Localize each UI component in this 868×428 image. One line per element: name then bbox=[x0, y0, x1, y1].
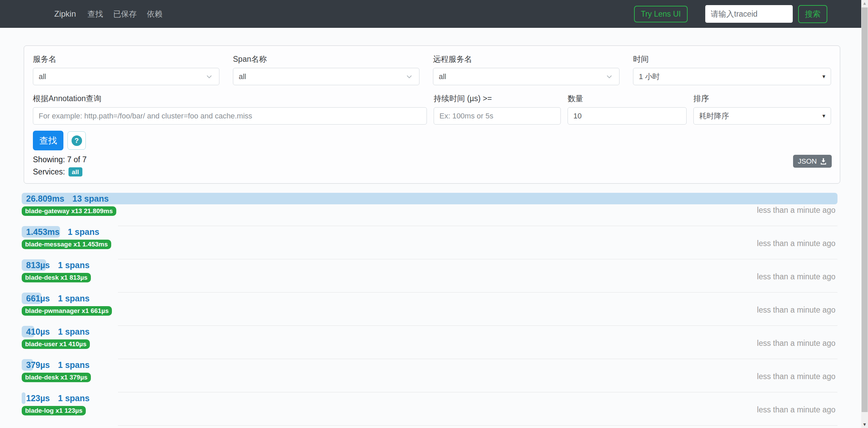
trace-row[interactable]: 26.809ms 13 spans blade-gateway x13 21.8… bbox=[22, 193, 837, 226]
trace-row[interactable]: 813µs 1 spans blade-desk x1 813µs less t… bbox=[22, 259, 837, 293]
limit-field: 数量 bbox=[568, 93, 687, 125]
min-duration-field: 持续时间 (µs) >= bbox=[434, 93, 561, 125]
trace-row[interactable]: 661µs 1 spans blade-pwmanager x1 661µs l… bbox=[22, 293, 837, 326]
service-name-value: all bbox=[39, 72, 46, 81]
chevron-down-icon bbox=[405, 72, 414, 81]
limit-input[interactable] bbox=[568, 107, 687, 125]
span-name-field: Span名称 all bbox=[233, 54, 419, 85]
trace-duration: 410µs bbox=[22, 327, 50, 337]
scroll-down-arrow-icon[interactable]: ▼ bbox=[861, 422, 868, 427]
json-download-button[interactable]: JSON bbox=[793, 155, 832, 168]
min-duration-label: 持续时间 (µs) >= bbox=[434, 93, 561, 104]
remote-service-value: all bbox=[439, 72, 446, 81]
sort-select[interactable]: 耗时降序 ▾ bbox=[693, 107, 831, 125]
try-lens-ui-button[interactable]: Try Lens UI bbox=[634, 6, 688, 22]
dropdown-triangle-icon: ▾ bbox=[822, 112, 825, 119]
trace-span-count: 1 spans bbox=[68, 227, 99, 237]
trace-head: 123µs 1 spans bbox=[22, 392, 837, 404]
showing-count: Showing: 7 of 7 bbox=[33, 155, 831, 164]
trace-timestamp: less than a minute ago bbox=[757, 239, 835, 248]
lookback-value: 1 小时 bbox=[639, 72, 660, 82]
trace-row[interactable]: 123µs 1 spans blade-log x1 123µs less th… bbox=[22, 392, 837, 426]
trace-duration: 26.809ms bbox=[22, 194, 64, 204]
trace-head: 813µs 1 spans bbox=[22, 259, 837, 271]
nav-item-saved[interactable]: 已保存 bbox=[113, 9, 137, 19]
trace-timestamp: less than a minute ago bbox=[757, 405, 835, 414]
annotation-query-field: 根据Annotation查询 bbox=[33, 93, 427, 125]
trace-head: 1.453ms 1 spans bbox=[22, 226, 837, 238]
main-content: 服务名 all Span名称 all 远程服务名 all bbox=[0, 45, 868, 426]
trace-service-badge: blade-log x1 123µs bbox=[22, 406, 86, 415]
trace-duration: 123µs bbox=[22, 393, 50, 403]
trace-timestamp: less than a minute ago bbox=[757, 305, 835, 315]
download-icon bbox=[820, 158, 827, 165]
lookback-label: 时间 bbox=[633, 54, 831, 64]
service-name-field: 服务名 all bbox=[33, 54, 219, 85]
trace-span-count: 1 spans bbox=[58, 294, 90, 303]
vertical-scrollbar[interactable]: ▲ ▼ bbox=[861, 0, 868, 428]
limit-label: 数量 bbox=[568, 93, 687, 104]
trace-span-count: 13 spans bbox=[73, 194, 109, 204]
remote-service-select[interactable]: all bbox=[433, 68, 619, 85]
lookback-select[interactable]: 1 小时 ▾ bbox=[633, 68, 831, 85]
trace-duration: 661µs bbox=[22, 294, 50, 303]
trace-timestamp: less than a minute ago bbox=[757, 372, 835, 381]
traceid-search-button[interactable]: 搜索 bbox=[798, 5, 827, 23]
nav-item-dependencies[interactable]: 依赖 bbox=[147, 9, 162, 19]
span-name-value: all bbox=[239, 72, 246, 81]
trace-span-count: 1 spans bbox=[58, 327, 90, 337]
services-label: Services: bbox=[33, 167, 65, 176]
trace-head: 379µs 1 spans bbox=[22, 359, 837, 371]
lookback-field: 时间 1 小时 ▾ bbox=[633, 54, 831, 85]
services-line: Services: all bbox=[33, 167, 831, 176]
trace-service-badge: blade-gateway x13 21.809ms bbox=[22, 206, 116, 216]
find-button[interactable]: 查找 bbox=[33, 131, 63, 150]
json-button-label: JSON bbox=[798, 157, 817, 165]
trace-timestamp: less than a minute ago bbox=[757, 272, 835, 281]
chevron-down-icon bbox=[605, 72, 614, 81]
trace-span-count: 1 spans bbox=[58, 360, 90, 370]
trace-service-badge: blade-pwmanager x1 661µs bbox=[22, 306, 112, 316]
service-name-label: 服务名 bbox=[33, 54, 219, 64]
sort-value: 耗时降序 bbox=[699, 111, 729, 121]
trace-head: 410µs 1 spans bbox=[22, 326, 837, 337]
question-mark-icon: ? bbox=[72, 135, 82, 146]
navbar: Zipkin 查找 已保存 依赖 Try Lens UI 搜索 bbox=[0, 0, 868, 28]
trace-service-badge: blade-desk x1 813µs bbox=[22, 273, 91, 282]
trace-timestamp: less than a minute ago bbox=[757, 339, 835, 348]
trace-duration: 813µs bbox=[22, 260, 50, 270]
annotation-query-label: 根据Annotation查询 bbox=[33, 93, 427, 104]
min-duration-input[interactable] bbox=[434, 107, 561, 125]
service-name-select[interactable]: all bbox=[33, 68, 219, 85]
scrollbar-thumb[interactable] bbox=[862, 7, 868, 412]
trace-head: 26.809ms 13 spans bbox=[22, 193, 837, 204]
trace-span-count: 1 spans bbox=[58, 260, 90, 270]
scroll-up-arrow-icon[interactable]: ▲ bbox=[861, 1, 868, 6]
trace-row[interactable]: 410µs 1 spans blade-user x1 410µs less t… bbox=[22, 326, 837, 359]
services-badge[interactable]: all bbox=[68, 167, 82, 176]
brand-zipkin[interactable]: Zipkin bbox=[54, 9, 76, 19]
sort-label: 排序 bbox=[693, 93, 831, 104]
trace-service-badge: blade-desk x1 379µs bbox=[22, 373, 91, 382]
dropdown-triangle-icon: ▾ bbox=[822, 73, 825, 80]
remote-service-label: 远程服务名 bbox=[433, 54, 619, 64]
search-panel: 服务名 all Span名称 all 远程服务名 all bbox=[24, 45, 840, 184]
trace-row[interactable]: 1.453ms 1 spans blade-message x1 1.453ms… bbox=[22, 226, 837, 259]
nav-item-find[interactable]: 查找 bbox=[87, 9, 103, 19]
trace-list: 26.809ms 13 spans blade-gateway x13 21.8… bbox=[22, 193, 837, 426]
traceid-search-input[interactable] bbox=[705, 5, 793, 23]
trace-service-badge: blade-user x1 410µs bbox=[22, 339, 90, 349]
help-button[interactable]: ? bbox=[67, 131, 86, 150]
trace-timestamp: less than a minute ago bbox=[757, 206, 835, 215]
remote-service-field: 远程服务名 all bbox=[433, 54, 619, 85]
trace-duration: 1.453ms bbox=[22, 227, 60, 237]
trace-row[interactable]: 379µs 1 spans blade-desk x1 379µs less t… bbox=[22, 359, 837, 392]
annotation-query-input[interactable] bbox=[33, 107, 427, 125]
sort-field: 排序 耗时降序 ▾ bbox=[693, 93, 831, 125]
span-name-select[interactable]: all bbox=[233, 68, 419, 85]
trace-duration: 379µs bbox=[22, 360, 50, 370]
chevron-down-icon bbox=[205, 72, 214, 81]
trace-service-badge: blade-message x1 1.453ms bbox=[22, 240, 111, 249]
trace-span-count: 1 spans bbox=[58, 393, 90, 403]
trace-head: 661µs 1 spans bbox=[22, 293, 837, 304]
